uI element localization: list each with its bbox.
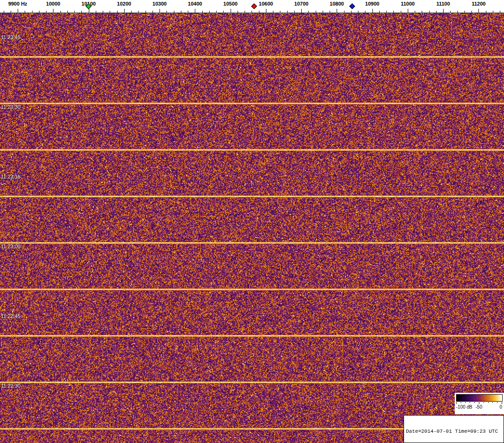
freq-major-tick xyxy=(372,9,373,13)
colorbar-label-max: 0 xyxy=(499,404,502,410)
colorbar-tick xyxy=(488,402,489,403)
freq-major-tick xyxy=(231,9,231,13)
freq-tick-label: 10700 xyxy=(294,1,309,7)
freq-minor-tick xyxy=(117,11,118,13)
freq-minor-tick xyxy=(138,11,139,13)
freq-tick-label: 10600 xyxy=(259,1,273,7)
freq-major-tick xyxy=(89,9,89,13)
freq-minor-tick xyxy=(493,11,493,13)
freq-minor-tick xyxy=(450,11,451,13)
freq-minor-tick xyxy=(216,11,217,13)
freq-minor-tick xyxy=(436,11,437,13)
colorbar-tick xyxy=(456,402,457,404)
freq-minor-tick xyxy=(287,11,288,13)
freq-minor-tick xyxy=(131,11,132,13)
freq-minor-tick xyxy=(415,11,415,13)
freq-tick-label: 10500 xyxy=(223,1,238,7)
freq-minor-tick xyxy=(308,11,309,13)
frequency-ruler[interactable]: 9900 Hz100001010010200103001040010500106… xyxy=(0,0,504,13)
freq-tick-label: 10900 xyxy=(365,1,379,7)
freq-minor-tick xyxy=(422,11,422,13)
status-info-box: Date=2014-07-01 Time=09:23 UTC Freq=143 … xyxy=(404,415,504,443)
colorbar-tick xyxy=(484,402,484,403)
marker-blue-diamond[interactable] xyxy=(349,3,355,9)
freq-tick-label: 9900 Hz xyxy=(8,1,27,7)
freq-minor-tick xyxy=(146,11,146,13)
freq-major-tick xyxy=(18,9,18,13)
freq-minor-tick xyxy=(188,11,188,13)
freq-minor-tick xyxy=(4,11,4,13)
freq-minor-tick xyxy=(458,11,458,13)
freq-minor-tick xyxy=(25,11,25,13)
freq-minor-tick xyxy=(429,11,430,13)
freq-minor-tick xyxy=(379,11,380,13)
freq-minor-tick xyxy=(32,11,33,13)
freq-minor-tick xyxy=(223,11,224,13)
colorbar-labels: -100 dB -50 0 xyxy=(455,404,504,411)
colorbar-tick xyxy=(465,402,466,403)
freq-minor-tick xyxy=(153,11,153,13)
freq-minor-tick xyxy=(103,11,103,13)
freq-major-tick xyxy=(195,9,195,13)
colorbar-label-mid: -50 xyxy=(476,404,482,410)
freq-minor-tick xyxy=(174,11,174,13)
colorbar-tick xyxy=(461,402,461,403)
colorbar-tick xyxy=(502,402,502,404)
freq-minor-tick xyxy=(11,11,11,13)
colorbar-tick xyxy=(474,402,475,403)
freq-tick-label: 10800 xyxy=(330,1,344,7)
freq-minor-tick xyxy=(67,11,68,13)
marker-red-diamond[interactable] xyxy=(251,3,257,9)
freq-minor-tick xyxy=(252,11,252,13)
freq-minor-tick xyxy=(209,11,210,13)
freq-minor-tick xyxy=(344,11,345,13)
freq-minor-tick xyxy=(60,11,61,13)
freq-minor-tick xyxy=(273,11,273,13)
freq-minor-tick xyxy=(330,11,330,13)
freq-minor-tick xyxy=(323,11,323,13)
freq-minor-tick xyxy=(316,11,316,13)
colorbar-label-min: -100 dB xyxy=(456,404,472,410)
freq-minor-tick xyxy=(351,11,351,13)
freq-major-tick xyxy=(478,9,479,13)
freq-major-tick xyxy=(337,9,337,13)
freq-minor-tick xyxy=(486,11,486,13)
freq-minor-tick xyxy=(96,11,96,13)
freq-minor-tick xyxy=(46,11,46,13)
colorbar-tick xyxy=(470,402,470,403)
freq-minor-tick xyxy=(81,11,82,13)
freq-minor-tick xyxy=(393,11,394,13)
waterfall-window: 9900 Hz100001010010200103001040010500106… xyxy=(0,0,504,443)
freq-minor-tick xyxy=(294,11,295,13)
freq-tick-label: 10400 xyxy=(188,1,202,7)
freq-minor-tick xyxy=(39,11,40,13)
colorbar-tick xyxy=(497,402,497,403)
freq-minor-tick xyxy=(471,11,472,13)
freq-minor-tick xyxy=(401,11,401,13)
colorbar-tick xyxy=(479,402,479,404)
freq-minor-tick xyxy=(166,11,167,13)
freq-major-tick xyxy=(301,9,302,13)
freq-minor-tick xyxy=(110,11,110,13)
freq-tick-label: 10000 xyxy=(46,1,60,7)
colorbar-tick xyxy=(492,402,493,403)
spectrogram-canvas[interactable] xyxy=(0,13,504,443)
freq-minor-tick xyxy=(74,11,75,13)
freq-tick-label: 10200 xyxy=(117,1,132,7)
freq-tick-label: 11000 xyxy=(401,1,415,7)
freq-minor-tick xyxy=(280,11,280,13)
freq-major-tick xyxy=(159,9,160,13)
freq-minor-tick xyxy=(238,11,238,13)
freq-major-tick xyxy=(266,9,266,13)
colorbar-legend: -100 dB -50 0 xyxy=(455,393,504,414)
freq-major-tick xyxy=(53,9,53,13)
freq-minor-tick xyxy=(259,11,259,13)
freq-minor-tick xyxy=(202,11,203,13)
freq-major-tick xyxy=(408,9,408,13)
freq-major-tick xyxy=(124,9,125,13)
colorbar-gradient xyxy=(456,394,503,402)
freq-major-tick xyxy=(443,9,444,13)
freq-tick-label: 10300 xyxy=(153,1,167,7)
freq-minor-tick xyxy=(358,11,358,13)
freq-minor-tick xyxy=(500,11,500,13)
